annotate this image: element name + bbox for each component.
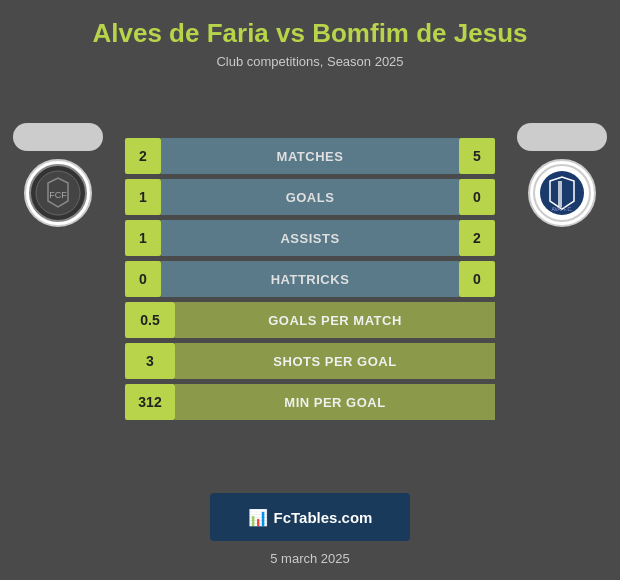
left-team-badge [13,123,103,151]
date-footer: 5 march 2025 [270,551,350,566]
stat-single-val-2: 312 [125,384,175,420]
stat-label-0: Matches [161,138,459,174]
stat-right-2: 2 [459,220,495,256]
svg-rect-5 [558,181,562,207]
stat-right-1: 0 [459,179,495,215]
stat-single-label-2: Min per goal [175,384,495,420]
svg-text:FCF: FCF [49,190,67,200]
stat-single-val-0: 0.5 [125,302,175,338]
stat-label-1: Goals [161,179,459,215]
stat-row-two-0: 2 Matches 5 [125,138,495,174]
stat-row-one-1: 3 Shots per goal [125,343,495,379]
svg-text:AVAI F.C.: AVAI F.C. [552,206,573,212]
stat-right-3: 0 [459,261,495,297]
stat-single-val-1: 3 [125,343,175,379]
stat-left-2: 1 [125,220,161,256]
stat-row-two-2: 1 Assists 2 [125,220,495,256]
logo-left: FCF [18,123,98,227]
right-team-logo: AVAI F.C. [528,159,596,227]
fctables-text: FcTables.com [274,509,373,526]
right-team-badge [517,123,607,151]
stat-single-label-1: Shots per goal [175,343,495,379]
stats-section: 2 Matches 5 1 Goals 0 1 Assists 2 0 Hatt… [125,138,495,420]
fctables-icon: 📊 [248,508,268,527]
stat-label-3: Hattricks [161,261,459,297]
stat-row-one-2: 312 Min per goal [125,384,495,420]
fctables-banner[interactable]: 📊 FcTables.com [210,493,410,541]
stat-right-0: 5 [459,138,495,174]
logo-right: AVAI F.C. [522,123,602,227]
stat-left-1: 1 [125,179,161,215]
stat-single-label-0: Goals per match [175,302,495,338]
stat-row-two-1: 1 Goals 0 [125,179,495,215]
left-team-logo: FCF [24,159,92,227]
content-area: FCF 2 Matches 5 1 Goals 0 1 Assists 2 0 … [0,73,620,475]
subtitle: Club competitions, Season 2025 [10,54,610,69]
title-section: Alves de Faria vs Bomfim de Jesus Club c… [0,0,620,73]
left-team-svg: FCF [28,163,88,223]
main-title: Alves de Faria vs Bomfim de Jesus [10,18,610,49]
right-team-svg: AVAI F.C. [532,163,592,223]
stat-row-two-3: 0 Hattricks 0 [125,261,495,297]
stat-left-3: 0 [125,261,161,297]
stat-label-2: Assists [161,220,459,256]
stat-row-one-0: 0.5 Goals per match [125,302,495,338]
stat-left-0: 2 [125,138,161,174]
